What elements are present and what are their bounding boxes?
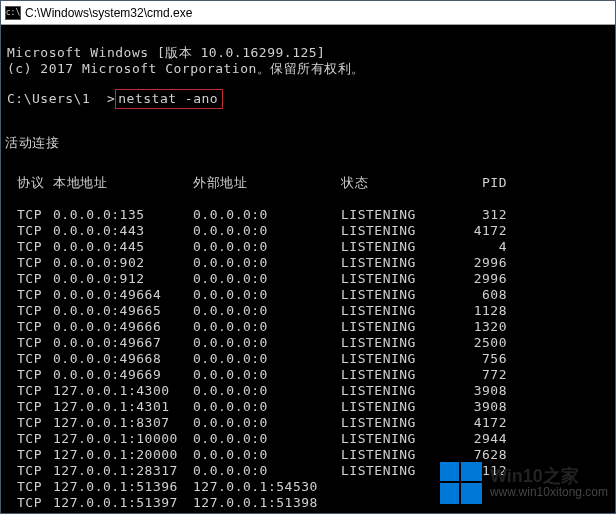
header-local: 本地地址 bbox=[53, 175, 193, 191]
cell-foreign: 0.0.0.0:0 bbox=[193, 255, 341, 271]
cell-state: LISTENING bbox=[341, 239, 455, 255]
cell-local: 0.0.0.0:49665 bbox=[53, 303, 193, 319]
cell-foreign: 0.0.0.0:0 bbox=[193, 367, 341, 383]
cell-pid: 2996 bbox=[455, 255, 515, 271]
header-proto: 协议 bbox=[7, 175, 53, 191]
cell-pid: 2500 bbox=[455, 335, 515, 351]
table-row: TCP127.0.0.1:200000.0.0.0:0LISTENING7628 bbox=[7, 447, 609, 463]
cell-local: 127.0.0.1:4301 bbox=[53, 399, 193, 415]
command-text: netstat -ano bbox=[118, 91, 218, 106]
command-line: C:\Users\1 >netstat -ano bbox=[7, 89, 609, 109]
cell-state bbox=[341, 495, 455, 511]
cell-pid: 7628 bbox=[455, 447, 515, 463]
cell-proto: TCP bbox=[7, 511, 53, 513]
cmd-window: c:\ C:\Windows\system32\cmd.exe Microsof… bbox=[0, 0, 616, 514]
cell-proto: TCP bbox=[7, 255, 53, 271]
cell-foreign: 0.0.0.0:0 bbox=[193, 351, 341, 367]
cell-proto: TCP bbox=[7, 239, 53, 255]
cell-local: 0.0.0.0:902 bbox=[53, 255, 193, 271]
cell-pid: 4172 bbox=[455, 223, 515, 239]
header-pid: PID bbox=[455, 175, 515, 191]
cell-state: LISTENING bbox=[341, 447, 455, 463]
table-row: TCP0.0.0.0:496660.0.0.0:0LISTENING1320 bbox=[7, 319, 609, 335]
cell-state: LISTENING bbox=[341, 335, 455, 351]
cell-local: 127.0.0.1:51398 bbox=[53, 511, 193, 513]
cell-local: 0.0.0.0:49664 bbox=[53, 287, 193, 303]
cell-pid: 3908 bbox=[455, 399, 515, 415]
cell-proto: TCP bbox=[7, 335, 53, 351]
table-row: TCP127.0.0.1:51398127.0.0.1:51397 bbox=[7, 511, 609, 513]
cell-pid: 1128 bbox=[455, 303, 515, 319]
window-title: C:\Windows\system32\cmd.exe bbox=[25, 6, 192, 20]
cell-proto: TCP bbox=[7, 479, 53, 495]
cell-proto: TCP bbox=[7, 303, 53, 319]
cell-local: 127.0.0.1:51397 bbox=[53, 495, 193, 511]
table-row: TCP0.0.0.0:496690.0.0.0:0LISTENING772 bbox=[7, 367, 609, 383]
cell-proto: TCP bbox=[7, 399, 53, 415]
cell-foreign: 0.0.0.0:0 bbox=[193, 271, 341, 287]
cell-pid bbox=[455, 511, 515, 513]
watermark-url: www.win10xitong.com bbox=[490, 486, 608, 499]
table-row: TCP0.0.0.0:1350.0.0.0:0LISTENING312 bbox=[7, 207, 609, 223]
cell-local: 0.0.0.0:443 bbox=[53, 223, 193, 239]
cell-local: 0.0.0.0:135 bbox=[53, 207, 193, 223]
cell-pid: 2996 bbox=[455, 271, 515, 287]
watermark: Win10之家 www.win10xitong.com bbox=[440, 462, 608, 504]
banner-line-1: Microsoft Windows [版本 10.0.16299.125] bbox=[7, 45, 325, 60]
section-title: 活动连接 bbox=[5, 135, 609, 151]
cell-local: 127.0.0.1:51396 bbox=[53, 479, 193, 495]
cell-pid: 2944 bbox=[455, 431, 515, 447]
cell-foreign: 0.0.0.0:0 bbox=[193, 223, 341, 239]
cell-proto: TCP bbox=[7, 431, 53, 447]
cell-local: 127.0.0.1:10000 bbox=[53, 431, 193, 447]
cell-foreign: 127.0.0.1:51397 bbox=[193, 511, 341, 513]
cell-state: LISTENING bbox=[341, 415, 455, 431]
cell-foreign: 0.0.0.0:0 bbox=[193, 463, 341, 479]
cell-state: LISTENING bbox=[341, 463, 455, 479]
table-row: TCP0.0.0.0:9120.0.0.0:0LISTENING2996 bbox=[7, 271, 609, 287]
cell-foreign: 0.0.0.0:0 bbox=[193, 383, 341, 399]
cell-foreign: 0.0.0.0:0 bbox=[193, 303, 341, 319]
cell-proto: TCP bbox=[7, 495, 53, 511]
watermark-text: Win10之家 www.win10xitong.com bbox=[490, 467, 608, 500]
cell-local: 0.0.0.0:445 bbox=[53, 239, 193, 255]
cell-state: LISTENING bbox=[341, 271, 455, 287]
cell-pid: 3908 bbox=[455, 383, 515, 399]
console-output[interactable]: Microsoft Windows [版本 10.0.16299.125] (c… bbox=[1, 25, 615, 513]
windows-logo-icon bbox=[440, 462, 482, 504]
cell-state: LISTENING bbox=[341, 287, 455, 303]
table-row: TCP0.0.0.0:4430.0.0.0:0LISTENING4172 bbox=[7, 223, 609, 239]
cell-foreign: 0.0.0.0:0 bbox=[193, 399, 341, 415]
cell-foreign: 0.0.0.0:0 bbox=[193, 287, 341, 303]
cell-foreign: 0.0.0.0:0 bbox=[193, 239, 341, 255]
cell-foreign: 0.0.0.0:0 bbox=[193, 447, 341, 463]
cell-state: LISTENING bbox=[341, 207, 455, 223]
cell-pid: 4172 bbox=[455, 415, 515, 431]
cell-foreign: 127.0.0.1:54530 bbox=[193, 479, 341, 495]
cell-foreign: 127.0.0.1:51398 bbox=[193, 495, 341, 511]
cell-proto: TCP bbox=[7, 415, 53, 431]
cell-pid: 1320 bbox=[455, 319, 515, 335]
cell-local: 127.0.0.1:20000 bbox=[53, 447, 193, 463]
cell-pid: 756 bbox=[455, 351, 515, 367]
cell-pid: 4 bbox=[455, 239, 515, 255]
cell-foreign: 0.0.0.0:0 bbox=[193, 319, 341, 335]
cell-state bbox=[341, 511, 455, 513]
table-row: TCP0.0.0.0:496640.0.0.0:0LISTENING608 bbox=[7, 287, 609, 303]
cell-foreign: 0.0.0.0:0 bbox=[193, 207, 341, 223]
header-foreign: 外部地址 bbox=[193, 175, 341, 191]
cell-pid: 312 bbox=[455, 207, 515, 223]
cell-state: LISTENING bbox=[341, 431, 455, 447]
table-row: TCP0.0.0.0:496650.0.0.0:0LISTENING1128 bbox=[7, 303, 609, 319]
cell-foreign: 0.0.0.0:0 bbox=[193, 431, 341, 447]
table-row: TCP0.0.0.0:496680.0.0.0:0LISTENING756 bbox=[7, 351, 609, 367]
cell-state: LISTENING bbox=[341, 223, 455, 239]
cell-state: LISTENING bbox=[341, 255, 455, 271]
cell-proto: TCP bbox=[7, 223, 53, 239]
cell-local: 0.0.0.0:912 bbox=[53, 271, 193, 287]
cell-local: 127.0.0.1:28317 bbox=[53, 463, 193, 479]
table-row: TCP127.0.0.1:43000.0.0.0:0LISTENING3908 bbox=[7, 383, 609, 399]
titlebar[interactable]: c:\ C:\Windows\system32\cmd.exe bbox=[1, 1, 615, 25]
cell-state: LISTENING bbox=[341, 303, 455, 319]
cell-state: LISTENING bbox=[341, 399, 455, 415]
